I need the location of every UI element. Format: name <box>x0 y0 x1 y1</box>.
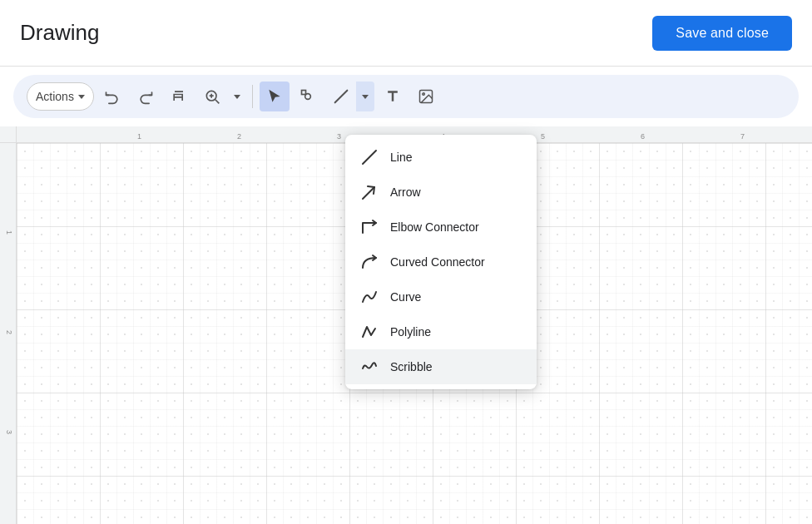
line-tool-icon <box>332 87 350 106</box>
redo-button[interactable] <box>131 82 161 111</box>
ruler-mark-6: 6 <box>641 132 645 141</box>
dropdown-item-polyline[interactable]: Polyline <box>345 314 537 349</box>
line-tool-group <box>326 82 374 111</box>
undo-button[interactable] <box>97 82 127 111</box>
ruler-mark-1: 1 <box>137 132 141 141</box>
dropdown-item-curve[interactable]: Curve <box>345 279 537 314</box>
text-icon <box>384 88 401 105</box>
image-icon <box>418 88 434 105</box>
ruler-left-mark-3: 3 <box>5 430 13 434</box>
select-cursor-icon <box>266 88 283 105</box>
toolbar: Actions <box>13 75 799 118</box>
page-title: Drawing <box>20 20 99 46</box>
svg-line-9 <box>363 151 376 164</box>
shapes-button[interactable] <box>293 82 323 111</box>
dropdown-label-elbow-connector: Elbow Connector <box>390 220 479 234</box>
dropdown-label-arrow: Arrow <box>390 185 421 199</box>
svg-rect-5 <box>301 91 305 95</box>
image-button[interactable] <box>411 82 441 111</box>
header: Drawing Save and close <box>0 0 812 67</box>
dropdown-item-arrow[interactable]: Arrow <box>345 175 537 210</box>
ruler-mark-7: 7 <box>740 132 745 141</box>
polyline-icon <box>360 323 379 341</box>
actions-label: Actions <box>36 90 74 103</box>
paint-format-button[interactable] <box>164 82 194 111</box>
save-close-button[interactable]: Save and close <box>652 16 792 51</box>
dropdown-label-scribble: Scribble <box>390 360 433 373</box>
redo-icon <box>137 88 154 105</box>
zoom-dropdown-button[interactable] <box>229 82 245 111</box>
zoom-button[interactable] <box>197 82 227 111</box>
line-tool-dropdown-button[interactable] <box>356 82 374 111</box>
dropdown-label-curved-connector: Curved Connector <box>390 255 485 269</box>
svg-line-1 <box>215 100 220 104</box>
arrow-icon <box>360 183 379 201</box>
line-icon <box>360 148 379 166</box>
ruler-corner <box>0 126 17 143</box>
svg-line-10 <box>363 187 374 199</box>
text-button[interactable] <box>378 82 408 111</box>
dropdown-label-line: Line <box>390 151 412 164</box>
zoom-chevron-icon <box>234 95 240 99</box>
dropdown-item-line[interactable]: Line <box>345 140 537 175</box>
zoom-group <box>197 82 245 111</box>
scribble-icon <box>360 358 379 376</box>
dropdown-label-polyline: Polyline <box>390 325 431 339</box>
dropdown-label-curve: Curve <box>390 290 421 304</box>
line-tool-chevron-icon <box>362 95 369 99</box>
curved-connector-icon <box>360 253 379 271</box>
curve-icon <box>360 288 379 306</box>
line-tool-button[interactable] <box>326 82 356 111</box>
dropdown-item-elbow-connector[interactable]: Elbow Connector <box>345 210 537 245</box>
undo-icon <box>104 88 121 105</box>
ruler-left-mark-2: 2 <box>5 330 13 334</box>
dropdown-item-scribble[interactable]: Scribble <box>345 349 537 384</box>
ruler-mark-2: 2 <box>237 132 241 141</box>
dropdown-item-curved-connector[interactable]: Curved Connector <box>345 245 537 279</box>
zoom-icon <box>204 88 220 105</box>
ruler-left-mark-1: 1 <box>5 230 13 235</box>
ruler-left: 1 2 3 <box>0 143 17 524</box>
select-button[interactable] <box>260 82 290 111</box>
shapes-icon <box>300 88 316 105</box>
paint-format-icon <box>171 88 187 105</box>
line-dropdown-menu: Line Arrow Elbow Connector Curve <box>345 135 537 389</box>
svg-line-6 <box>335 91 348 103</box>
toolbar-divider-1 <box>252 85 253 108</box>
ruler-mark-5: 5 <box>541 132 545 141</box>
ruler-mark-3: 3 <box>337 132 341 141</box>
actions-button[interactable]: Actions <box>27 82 94 111</box>
svg-point-8 <box>423 93 425 96</box>
actions-chevron-icon <box>78 95 85 99</box>
elbow-connector-icon <box>360 218 379 236</box>
